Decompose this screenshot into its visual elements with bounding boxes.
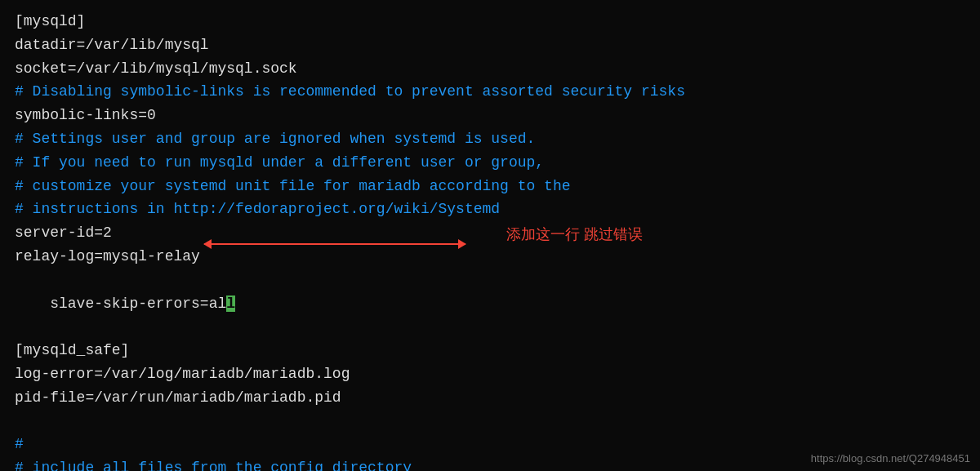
- code-line-12: slave-skip-errors=all: [15, 269, 965, 339]
- code-line-12-prefix: slave-skip-errors=al: [50, 295, 226, 312]
- annotation-label: 添加这一行 跳过错误: [506, 224, 643, 244]
- code-line-7: # If you need to run mysqld under a diff…: [15, 151, 965, 175]
- terminal-window: [mysqld] datadir=/var/lib/mysql socket=/…: [0, 0, 980, 471]
- code-line-1: [mysqld]: [15, 10, 965, 33]
- code-line-8: # customize your systemd unit file for m…: [15, 175, 965, 198]
- code-line-4: # Disabling symbolic-links is recommende…: [15, 80, 965, 104]
- code-line-3: socket=/var/lib/mysql/mysql.sock: [15, 57, 965, 81]
- code-line-6: # Settings user and group are ignored wh…: [15, 127, 965, 151]
- code-line-15: pid-file=/var/run/mariadb/mariadb.pid: [15, 386, 965, 410]
- watermark: https://blog.csdn.net/Q274948451: [811, 452, 970, 464]
- code-line-5: symbolic-links=0: [15, 104, 965, 127]
- code-line-16: [15, 410, 965, 433]
- code-line-12-highlight: l: [226, 295, 235, 312]
- code-line-13: [mysqld_safe]: [15, 339, 965, 362]
- code-line-9: # instructions in http://fedoraproject.o…: [15, 198, 965, 221]
- arrow-annotation: [204, 243, 466, 245]
- code-line-2: datadir=/var/lib/mysql: [15, 33, 965, 57]
- code-line-14: log-error=/var/log/mariadb/mariadb.log: [15, 362, 965, 386]
- code-line-11: relay-log=mysql-relay: [15, 245, 965, 269]
- arrow-line: [204, 243, 466, 245]
- code-line-10: server-id=2: [15, 221, 965, 245]
